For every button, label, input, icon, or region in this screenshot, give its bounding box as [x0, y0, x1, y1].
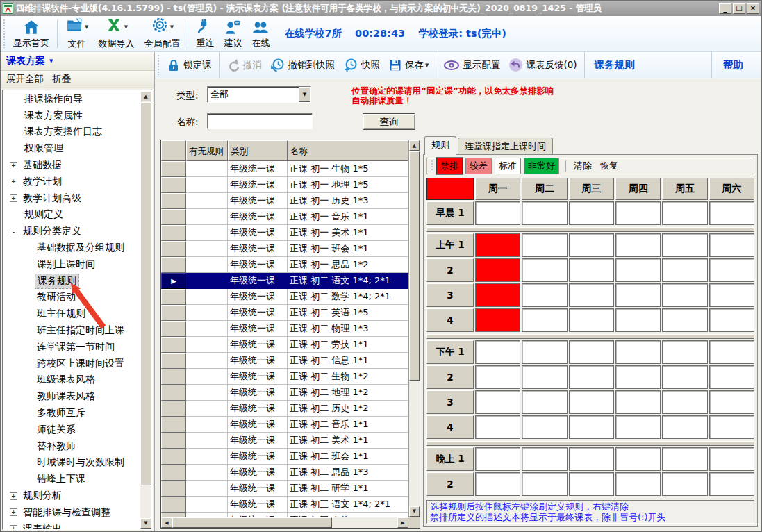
tree-item[interactable]: 课务规则: [3, 273, 140, 290]
tree-item[interactable]: 教师课表风格: [3, 388, 140, 405]
day-header[interactable]: 周四: [615, 178, 661, 200]
schedule-cell[interactable]: [569, 201, 614, 225]
schedule-cell[interactable]: [522, 201, 567, 225]
tab-rules[interactable]: 规则: [424, 136, 456, 155]
schedule-cell[interactable]: [475, 447, 520, 471]
tree-item[interactable]: +规则分析: [3, 488, 140, 504]
table-row[interactable]: 年级统一课正课 初三 语文 1*4; 2*1: [161, 497, 408, 513]
combobox-arrow-icon[interactable]: ▼: [299, 87, 310, 102]
day-header[interactable]: 周一: [475, 178, 520, 200]
table-row[interactable]: 年级统一课正课 初一 思品 1*2: [161, 257, 408, 273]
dropdown-arrow-icon[interactable]: ▼: [124, 24, 128, 30]
tree-item[interactable]: 排课操作向导: [3, 91, 140, 108]
expand-icon[interactable]: +: [10, 194, 17, 202]
expand-icon[interactable]: +: [10, 525, 17, 530]
schedule-cell[interactable]: [475, 201, 520, 225]
schedule-cell[interactable]: [475, 472, 520, 496]
tree-item[interactable]: 多教师互斥: [3, 405, 140, 422]
name-input[interactable]: [207, 113, 313, 129]
tree-item[interactable]: +教学计划高级: [3, 190, 140, 207]
save-button[interactable]: 保存 ▼: [384, 56, 433, 74]
table-row[interactable]: 年级统一课正课 初二 音乐 1*1: [161, 417, 408, 433]
tree-item[interactable]: +智能排课与检查调整: [3, 504, 140, 521]
schedule-cell[interactable]: [662, 201, 707, 225]
table-row[interactable]: 年级统一课正课 初二 美术 1*1: [161, 433, 408, 449]
schedule-cell[interactable]: [615, 308, 661, 332]
day-header[interactable]: 周五: [662, 178, 707, 200]
schedule-cell[interactable]: [475, 415, 520, 439]
collapse-link[interactable]: 折叠: [52, 73, 71, 85]
expand-all-link[interactable]: 展开全部: [6, 73, 44, 85]
schedule-cell[interactable]: [615, 340, 661, 364]
collapse-icon[interactable]: -: [10, 228, 17, 235]
tree-item[interactable]: 错峰上下课: [3, 471, 140, 488]
search-button[interactable]: 查询: [363, 113, 415, 130]
schedule-cell[interactable]: [615, 201, 661, 225]
schedule-cell[interactable]: [569, 472, 614, 496]
type-combobox[interactable]: 全部 ▼: [207, 86, 311, 103]
lock-course-button[interactable]: 锁定课: [163, 56, 216, 74]
schedule-cell[interactable]: [475, 340, 520, 364]
table-row[interactable]: ▶年级统一课正课 初二 语文 1*4; 2*1: [161, 273, 408, 289]
home-button[interactable]: 显示首页: [8, 17, 54, 51]
schedule-cell[interactable]: [709, 233, 754, 257]
schedule-cell[interactable]: [662, 258, 707, 282]
expand-icon[interactable]: +: [10, 162, 17, 169]
table-row[interactable]: 年级统一课正课 初二 历史 1*2: [161, 401, 408, 417]
schedule-cell[interactable]: [615, 472, 661, 496]
schedule-cell[interactable]: [522, 308, 567, 332]
tree-item[interactable]: 时域课时与次数限制: [3, 455, 140, 472]
tree-item[interactable]: +教学计划: [3, 174, 140, 190]
table-row[interactable]: 年级统一课正课 初一 历史 1*3: [161, 193, 408, 209]
scrollbar-thumb[interactable]: [409, 151, 420, 381]
day-header[interactable]: 周三: [569, 178, 614, 200]
schedule-cell[interactable]: [709, 308, 754, 332]
schedule-cell[interactable]: [709, 201, 754, 225]
schedule-cell[interactable]: [662, 415, 707, 439]
tree-item[interactable]: 师徒关系: [3, 422, 140, 438]
scroll-up-icon[interactable]: ▲: [140, 91, 151, 101]
schedule-cell[interactable]: [522, 283, 567, 307]
scroll-left-icon[interactable]: ◀: [161, 517, 172, 528]
table-row[interactable]: 年级统一课正课 初二 地理 1*2: [161, 385, 408, 401]
schedule-cell[interactable]: [475, 233, 520, 257]
scrollbar-thumb[interactable]: [172, 517, 332, 528]
table-row[interactable]: 年级统一课正课 初一 地理 1*5: [161, 177, 408, 193]
schedule-cell[interactable]: [569, 390, 614, 414]
tree-item[interactable]: +基础数据: [3, 157, 140, 174]
tree-item[interactable]: 跨校区上课时间设置: [3, 356, 140, 372]
schedule-cell[interactable]: [475, 308, 520, 332]
scrollbar-thumb[interactable]: [140, 102, 151, 485]
header-name-column[interactable]: 名称: [288, 140, 408, 161]
schedule-cell[interactable]: [522, 258, 567, 282]
scroll-down-icon[interactable]: ▼: [140, 518, 151, 529]
tree-item[interactable]: 连堂课第一节时间: [3, 339, 140, 356]
tree-item[interactable]: 班主任指定时间上课: [3, 322, 140, 339]
schedule-cell[interactable]: [709, 390, 754, 414]
schedule-cell[interactable]: [569, 447, 614, 471]
schedule-cell[interactable]: [709, 258, 754, 282]
feedback-button[interactable]: 课表反馈(0): [504, 56, 581, 74]
schedule-cell[interactable]: [662, 390, 707, 414]
dropdown-arrow-icon[interactable]: ▼: [425, 63, 429, 68]
table-row[interactable]: 年级统一课正课 初二 数学 1*4; 2*1: [161, 289, 408, 305]
suggestion-button[interactable]: 建议: [219, 17, 247, 51]
scroll-up-icon[interactable]: ▲: [409, 140, 420, 151]
schedule-cell[interactable]: [569, 258, 614, 282]
tree-item[interactable]: 替补教师: [3, 438, 140, 455]
table-row[interactable]: 年级统一课正课 初一 班会 1*1: [161, 241, 408, 257]
schedule-cell[interactable]: [709, 415, 754, 439]
schedule-cell[interactable]: [522, 390, 567, 414]
header-rule-column[interactable]: 有无规则: [186, 140, 228, 161]
table-row[interactable]: 年级统一课正课 初二 物理 1*3: [161, 321, 408, 337]
table-row[interactable]: 年级统一课正课 初二 思品 1*3: [161, 465, 408, 481]
expand-icon[interactable]: +: [10, 492, 17, 500]
help-link[interactable]: 帮助: [723, 58, 743, 72]
schedule-cell[interactable]: [662, 283, 707, 307]
schedule-cell[interactable]: [662, 472, 707, 496]
table-row[interactable]: 年级统一课正课 初二 研学 1*1: [161, 481, 408, 497]
scroll-right-icon[interactable]: ▶: [397, 517, 408, 528]
table-row[interactable]: 年级统一课正课 初二 劳技 1*1: [161, 337, 408, 353]
tree-item[interactable]: 基础数据及分组规则: [3, 240, 140, 256]
schedule-cell[interactable]: [569, 233, 614, 257]
